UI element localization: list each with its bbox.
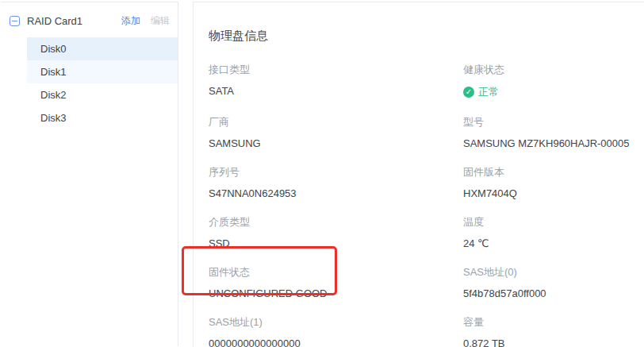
field-sas-address-0: SAS地址(0) 5f4b78d57a0ff000 bbox=[463, 265, 644, 299]
raid-card-actions: 添加 编辑 bbox=[121, 14, 170, 28]
sidebar-item-disk2[interactable]: Disk2 bbox=[27, 83, 178, 106]
raid-card-node[interactable]: RAID Card1 添加 编辑 bbox=[1, 2, 178, 35]
raid-tree-sidebar: RAID Card1 添加 编辑 Disk0 Disk1 Disk2 Disk3 bbox=[1, 2, 178, 346]
field-label: 接口类型 bbox=[209, 63, 463, 77]
field-temperature: 温度 24 ℃ bbox=[463, 215, 644, 249]
field-label: 固件版本 bbox=[463, 165, 644, 179]
field-firmware-version: 固件版本 HXM7404Q bbox=[463, 165, 644, 199]
field-value: S47NNA0N624953 bbox=[209, 187, 463, 199]
raid-card-label: RAID Card1 bbox=[27, 15, 82, 27]
disk-info-grid: 接口类型 SATA 健康状态 ✓ 正常 厂商 SAMSUNG 型号 SAMSUN… bbox=[209, 63, 644, 347]
field-interface-type: 接口类型 SATA bbox=[209, 63, 463, 99]
field-vendor: 厂商 SAMSUNG bbox=[209, 115, 463, 149]
field-label: SAS地址(0) bbox=[463, 265, 644, 280]
field-value: SATA bbox=[209, 85, 463, 97]
field-label: 固件状态 bbox=[209, 265, 463, 280]
field-model: 型号 SAMSUNG MZ7KH960HAJR-00005 bbox=[463, 115, 644, 149]
field-label: 型号 bbox=[463, 115, 644, 129]
sidebar-item-disk1[interactable]: Disk1 bbox=[27, 60, 178, 83]
field-value: 0.872 TB bbox=[463, 337, 644, 347]
field-value: SAMSUNG MZ7KH960HAJR-00005 bbox=[463, 137, 644, 149]
field-value: UNCONFIGURED GOOD bbox=[209, 287, 463, 299]
collapse-minus-icon[interactable] bbox=[10, 16, 20, 26]
health-status-text: 正常 bbox=[478, 85, 499, 99]
page-title: 物理盘信息 bbox=[209, 29, 644, 44]
field-label: 厂商 bbox=[209, 115, 463, 129]
disk-list: Disk0 Disk1 Disk2 Disk3 bbox=[27, 37, 178, 129]
field-value: ✓ 正常 bbox=[463, 85, 644, 99]
field-value: 5f4b78d57a0ff000 bbox=[463, 287, 644, 299]
field-value: 0000000000000000 bbox=[209, 337, 463, 347]
field-label: SAS地址(1) bbox=[209, 315, 463, 330]
field-media-type: 介质类型 SSD bbox=[209, 215, 463, 249]
field-health-status: 健康状态 ✓ 正常 bbox=[463, 63, 644, 99]
sidebar-item-disk3[interactable]: Disk3 bbox=[27, 106, 178, 129]
field-label: 健康状态 bbox=[463, 63, 644, 77]
field-label: 介质类型 bbox=[209, 215, 463, 229]
edit-link[interactable]: 编辑 bbox=[151, 14, 170, 28]
field-value: SSD bbox=[209, 237, 463, 249]
field-firmware-state: 固件状态 UNCONFIGURED GOOD bbox=[209, 265, 463, 299]
field-label: 温度 bbox=[463, 215, 644, 229]
field-value: SAMSUNG bbox=[209, 137, 463, 149]
add-link[interactable]: 添加 bbox=[121, 14, 140, 28]
field-sas-address-1: SAS地址(1) 0000000000000000 bbox=[209, 315, 463, 347]
physical-disk-info-panel: 物理盘信息 接口类型 SATA 健康状态 ✓ 正常 厂商 SAMSUNG 型号 … bbox=[193, 2, 644, 347]
field-value: 24 ℃ bbox=[463, 237, 644, 249]
check-circle-icon: ✓ bbox=[463, 87, 474, 98]
field-serial-number: 序列号 S47NNA0N624953 bbox=[209, 165, 463, 199]
field-label: 序列号 bbox=[209, 165, 463, 179]
field-value: HXM7404Q bbox=[463, 187, 644, 199]
sidebar-item-disk0[interactable]: Disk0 bbox=[27, 37, 178, 60]
field-label: 容量 bbox=[463, 315, 644, 330]
field-capacity: 容量 0.872 TB bbox=[463, 315, 644, 347]
